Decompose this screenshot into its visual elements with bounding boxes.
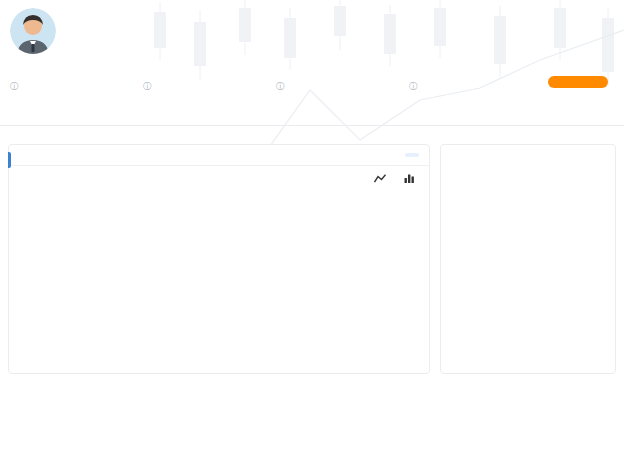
section-title-trading-performance — [0, 126, 624, 144]
signal-provider-page: ⓘ ⓘ ⓘ ⓘ — [0, 0, 624, 472]
active-tab-accent — [8, 152, 11, 168]
follow-button[interactable] — [548, 76, 608, 88]
period-selector — [351, 153, 419, 157]
legend-equity-curve[interactable] — [374, 174, 390, 183]
avatar — [10, 8, 56, 54]
legend-daily-return[interactable] — [404, 174, 419, 183]
info-icon[interactable]: ⓘ — [143, 81, 152, 91]
period-all[interactable] — [405, 153, 419, 157]
period-year[interactable] — [387, 153, 401, 157]
info-icon[interactable]: ⓘ — [10, 81, 19, 91]
data-statistics-panel — [440, 144, 616, 374]
stat-pnl: ⓘ — [143, 76, 276, 93]
provider-header: ⓘ ⓘ ⓘ ⓘ — [0, 0, 624, 93]
bar-series-icon — [404, 174, 415, 183]
period-week[interactable] — [351, 153, 365, 157]
info-icon[interactable]: ⓘ — [409, 81, 418, 91]
info-icon[interactable]: ⓘ — [276, 81, 285, 91]
stat-mmr-rank: ⓘ — [409, 76, 542, 93]
chart-tabs — [9, 145, 429, 166]
stats-panel-title — [453, 155, 603, 159]
period-month[interactable] — [369, 153, 383, 157]
main-content — [0, 144, 624, 374]
stat-max-drawdown: ⓘ — [276, 76, 409, 93]
equity-chart-panel — [8, 144, 430, 374]
stat-return: ⓘ — [10, 76, 143, 93]
chart-legend — [374, 174, 419, 183]
equity-chart[interactable] — [9, 185, 429, 361]
headline-stats: ⓘ ⓘ ⓘ ⓘ — [10, 76, 614, 93]
main-tabs — [0, 104, 624, 126]
line-series-icon — [374, 174, 386, 183]
chart-title-row — [9, 166, 429, 185]
